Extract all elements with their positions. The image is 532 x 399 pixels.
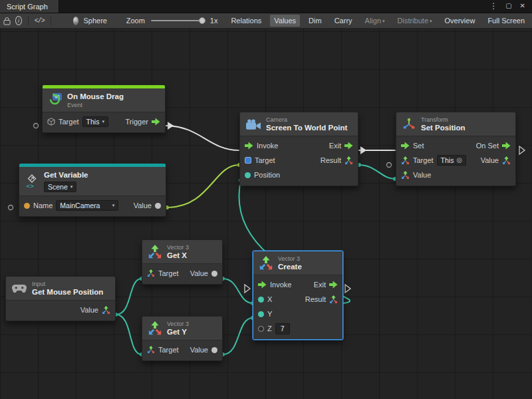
value-port[interactable] [211,271,217,277]
name-port[interactable] [24,203,30,209]
vector3-port-icon[interactable] [102,306,110,315]
vector3-port-icon[interactable] [401,156,410,165]
relations-button[interactable]: Relations [227,15,265,27]
full-screen-button[interactable]: Full Screen [483,15,529,27]
port-label-target: Target [255,156,275,164]
code-view-icon[interactable]: </> [35,17,45,25]
wire-trigger-to-invoke[interactable] [166,126,239,150]
node-get-y[interactable]: Vector 3 Get Y Target Value [142,316,223,361]
node-screen-to-world-point[interactable]: Camera Screen To World Point Invoke Exit [239,112,358,186]
variable-name-dropdown[interactable]: MainCamera ▾ [56,200,118,211]
port-label-exit: Exit [329,142,341,150]
port-label-target: Target [59,118,79,126]
maximize-icon[interactable]: ▢ [505,0,511,13]
vector3-port-icon[interactable] [147,346,155,354]
port-label-value-out: Value [481,156,499,164]
carry-button[interactable]: Carry [331,15,356,27]
node-get-variable[interactable]: <> Get Variable Scene ▾ Name [19,163,166,217]
port-label-set: Set [413,142,424,150]
flow-port-triangle[interactable] [245,285,250,293]
node-set-position[interactable]: Transform Set Position Set On Set [396,112,516,186]
z-value-field[interactable]: 7 [275,323,290,334]
flow-arrow-icon[interactable] [258,281,267,289]
values-button[interactable]: Values [270,15,300,27]
cube-icon[interactable] [47,118,55,126]
wire-gety-to-create-y[interactable] [223,318,253,354]
node-category: Camera [266,116,347,123]
info-icon[interactable]: i [15,16,22,25]
camera-target-port[interactable] [245,157,251,164]
close-icon[interactable]: ✕ [520,0,525,13]
flow-port-triangle[interactable] [345,285,350,293]
chevron-down-icon: ▾ [70,184,73,190]
port-label-target: Target [158,269,179,277]
port-label-invoke: Invoke [257,142,278,150]
node-get-mouse-position[interactable]: Input Get Mouse Position Value [5,276,116,321]
unconnected-port[interactable] [387,163,392,168]
unconnected-port[interactable] [9,205,13,210]
wire-mouse-to-gety[interactable] [116,315,142,354]
vector3-port-icon[interactable] [502,156,511,165]
x-port[interactable] [258,297,264,303]
zoom-slider-track[interactable] [151,20,205,21]
more-menu-icon[interactable]: ⋮ [489,0,497,13]
flow-arrowhead [168,122,174,130]
variable-scope-dropdown[interactable]: Scene ▾ [44,182,76,192]
node-on-mouse-drag[interactable]: On Mouse Drag Event Target This ▾ [42,84,166,133]
camera-icon [245,119,261,130]
vector3-icon [259,256,273,271]
graph-toolbar: i </> Sphere Zoom 1x Relations Values Di… [0,13,532,29]
target-this-picker[interactable]: This ◎ [437,155,467,166]
z-port[interactable] [258,326,264,332]
vector3-icon [148,245,162,259]
target-this-dropdown[interactable]: This ▾ [82,116,108,127]
sphere-object-icon [73,17,79,25]
node-category: Vector 3 [167,321,189,327]
flow-arrow-icon[interactable] [152,118,160,126]
flow-port-triangle[interactable] [519,146,525,154]
unconnected-port[interactable] [34,124,39,128]
y-port[interactable] [258,311,264,317]
zoom-slider-handle[interactable] [199,17,205,24]
wire-mouse-to-getx[interactable] [116,279,142,315]
node-vector3-create[interactable]: Vector 3 Create Invoke Exit [253,251,343,340]
position-port[interactable] [245,172,251,178]
node-category: Vector 3 [278,255,302,262]
lock-icon[interactable] [3,17,11,25]
align-dropdown[interactable]: Align▾ [361,15,389,27]
vector3-port-icon[interactable] [401,171,410,180]
flow-arrow-icon[interactable] [502,142,511,150]
dim-button[interactable]: Dim [305,15,326,27]
node-get-x[interactable]: Vector 3 Get X Target Value [142,239,223,285]
tab-script-graph[interactable]: Script Graph [0,0,59,13]
wire-variable-to-camera-target[interactable] [167,165,239,207]
graph-canvas[interactable]: On Mouse Drag Event Target This ▾ [0,29,532,399]
flow-arrow-icon[interactable] [329,281,338,289]
wire-getx-to-create-x[interactable] [223,279,253,303]
chip-label: Scene [48,183,68,191]
separator [28,16,29,25]
vector3-port-icon[interactable] [344,156,353,165]
object-name[interactable]: Sphere [83,17,106,25]
zoom-slider[interactable] [151,20,205,21]
node-category: Vector 3 [167,244,189,251]
chip-label: MainCamera [60,201,100,209]
value-port[interactable] [211,347,217,353]
flow-arrow-icon[interactable] [344,142,353,150]
object-picker-icon: ◎ [456,157,462,164]
flow-arrow-icon[interactable] [401,142,410,150]
chevron-down-icon: ▾ [112,203,115,208]
port-label-position: Position [254,171,280,179]
vector3-port-icon[interactable] [147,269,155,277]
window-controls: ⋮ ▢ ✕ [489,0,532,13]
port-label-value: Value [190,346,208,354]
chevron-down-icon: ▾ [430,19,432,23]
node-title: Screen To World Point [266,124,347,132]
overview-button[interactable]: Overview [441,15,479,27]
port-label-z: Z [267,325,272,332]
flow-arrow-icon[interactable] [245,142,253,150]
vector3-port-icon[interactable] [329,295,338,304]
distribute-dropdown[interactable]: Distribute▾ [394,15,436,27]
separator [51,16,51,25]
value-port[interactable] [155,203,161,209]
